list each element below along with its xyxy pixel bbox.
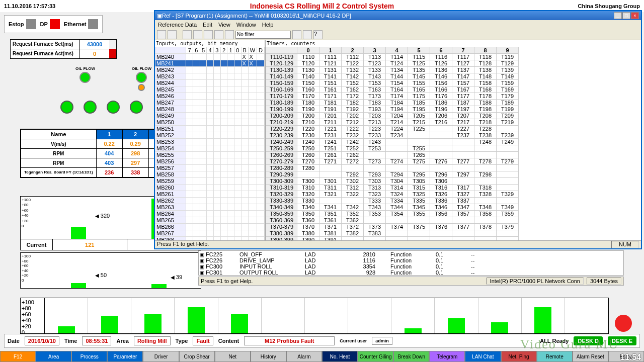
mb-row[interactable]: MB250 — [155, 119, 265, 126]
nav-area[interactable]: Area — [36, 351, 71, 362]
mb-row[interactable]: MB262 — [155, 198, 265, 204]
toolbar-btn-icon[interactable] — [225, 30, 234, 39]
fc-row[interactable]: ▣ FC300INPUT ROLLLAD3354Function0.1-- — [199, 263, 623, 269]
timer-row[interactable]: T110-119T110T111T112T113T114T115T116T117… — [266, 54, 519, 60]
timer-row[interactable]: T280-289T280 — [266, 165, 519, 171]
timer-row[interactable]: T200-209T200T201T202T203T204T205T206T207… — [266, 113, 519, 119]
minimize-button[interactable]: _ — [614, 12, 622, 19]
nav-counter-giling[interactable]: Counter Giling — [358, 351, 393, 362]
timer-row[interactable]: T330-339T330T333T334T335T336T337 — [266, 198, 519, 204]
s7-titlebar[interactable]: ▣ Ref - [S7 Program(1) (Assignment) -- Y… — [155, 11, 641, 20]
mb-row[interactable]: MB248 — [155, 106, 265, 113]
mb-row[interactable]: MB246 — [155, 93, 265, 100]
timer-row[interactable]: T170-179T170T171T172T173T174T175T176T177… — [266, 93, 519, 100]
mb-row[interactable]: MB241XX — [155, 60, 265, 67]
nav-alarm[interactable]: Alarm — [286, 351, 322, 362]
nav-net-ping[interactable]: Net. Ping — [501, 351, 537, 362]
help-icon[interactable]: ? — [313, 30, 323, 39]
timer-row[interactable]: T380-389T380T381T382T383 — [266, 230, 519, 237]
nav-history[interactable]: History — [251, 351, 286, 362]
nav-f12[interactable]: F12 — [0, 351, 36, 362]
emergency-stop-icon[interactable] — [615, 315, 632, 332]
nav-net[interactable]: Net — [215, 351, 251, 362]
toolbar-btn-icon[interactable] — [292, 30, 301, 39]
col-1[interactable]: 1 — [96, 130, 122, 139]
mb-row[interactable]: MB268 — [155, 237, 265, 241]
timer-row[interactable]: T390-399T390T391 — [266, 237, 519, 241]
nav-parameter[interactable]: Parameter — [107, 351, 143, 362]
s7-left-pane[interactable]: Inputs, outputs, bit memory 76543210BWDM… — [155, 40, 266, 240]
timer-row[interactable]: T290-299T292T293T294T295T296T297T298 — [266, 171, 519, 178]
mb-row[interactable]: MB242 — [155, 67, 265, 73]
toolbar-btn-icon[interactable] — [214, 30, 223, 39]
timer-row[interactable]: T140-149T140T141T142T143T144T145T146T147… — [266, 73, 519, 80]
toolbar-print-icon[interactable] — [168, 30, 177, 39]
toolbar-btn-icon[interactable] — [204, 30, 213, 39]
toolbar-btn-icon[interactable] — [193, 30, 202, 39]
mb-row[interactable]: MB253 — [155, 139, 265, 145]
timer-row[interactable]: T180-189T180T181T182T183T184T185T186T187… — [266, 100, 519, 106]
mb-row[interactable]: MB257 — [155, 165, 265, 171]
nav-driver[interactable]: Driver — [143, 351, 179, 362]
col-2[interactable]: 2 — [122, 130, 148, 139]
nav-crop-shear[interactable]: Crop Shear — [179, 351, 215, 362]
mb-row[interactable]: MB247 — [155, 100, 265, 106]
toolbar-btn-icon[interactable] — [303, 30, 312, 39]
close-button[interactable]: × — [631, 12, 639, 19]
mb-row[interactable]: MB249 — [155, 113, 265, 119]
timer-row[interactable]: T250-259T250T251T252T253T255 — [266, 145, 519, 152]
toolbar-open-icon[interactable] — [157, 30, 166, 39]
timer-row[interactable]: T130-139T130T131T132T133T134T135T136T137… — [266, 67, 519, 73]
mb-row[interactable]: MB243 — [155, 73, 265, 80]
timer-row[interactable]: T240-249T240T241T242T243T248T249 — [266, 139, 519, 145]
mb-row[interactable]: MB259 — [155, 178, 265, 185]
timer-row[interactable]: T300-309T300T301T302T303T304T305T306 — [266, 178, 519, 185]
timer-row[interactable]: T220-229T220T221T222T223T224T225T227T228 — [266, 126, 519, 132]
timer-row[interactable]: T270-279T270T271T272T273T274T275T276T277… — [266, 158, 519, 165]
mb-row[interactable]: MB258 — [155, 171, 265, 178]
mb-row[interactable]: MB255 — [155, 152, 265, 158]
timer-row[interactable]: T310-319T310T311T312T313T314T315T316T317… — [266, 185, 519, 191]
timer-row[interactable]: T260-269T260T261T262T265 — [266, 152, 519, 158]
fc-row[interactable]: ▣ FC225ON_OFFLAD2810Function0.1-- — [199, 251, 623, 257]
timer-row[interactable]: T210-219T210T211T212T213T214T215T216T217… — [266, 119, 519, 126]
mb-row[interactable]: MB267 — [155, 230, 265, 237]
mb-row[interactable]: MB245 — [155, 86, 265, 93]
mb-row[interactable]: MB251 — [155, 126, 265, 132]
menu-view[interactable]: View — [218, 22, 230, 28]
nav-process[interactable]: Process — [71, 351, 107, 362]
timer-row[interactable]: T370-379T370T371T372T373T374T375T376T377… — [266, 224, 519, 230]
mb-row[interactable]: MB252 — [155, 132, 265, 139]
mb-row[interactable]: MB254 — [155, 145, 265, 152]
filter-dropdown[interactable] — [235, 31, 291, 39]
mb-row[interactable]: MB265 — [155, 217, 265, 224]
timer-row[interactable]: T350-359T350T351T352T353T354T355T356T357… — [266, 211, 519, 217]
nav-remote[interactable]: Remote — [537, 351, 573, 362]
menu-edit[interactable]: Edit — [203, 22, 212, 28]
mb-row[interactable]: MB261 — [155, 191, 265, 198]
toolbar-btn-icon[interactable] — [183, 30, 192, 39]
mb-row[interactable]: MB256 — [155, 158, 265, 165]
timer-row[interactable]: T120-129T120T121T122T123T124T125T126T127… — [266, 60, 519, 67]
fc-row[interactable]: ▣ FC301OUTPUT ROLLLAD928Function0.1-- — [199, 269, 623, 276]
mb-row[interactable]: MB266 — [155, 224, 265, 230]
mb-row[interactable]: MB260 — [155, 185, 265, 191]
request-set-value[interactable]: 43000 — [80, 40, 109, 49]
menu-reference-data[interactable]: Reference Data — [158, 22, 197, 28]
maximize-button[interactable]: □ — [622, 12, 630, 19]
nav-alarm-reset[interactable]: Alarm Reset — [573, 351, 608, 362]
fc-row[interactable]: ▣ FC226DRIVE_LAMPLAD1116Function0.1-- — [199, 257, 623, 263]
timer-row[interactable]: T360-369T360T361T362 — [266, 217, 519, 224]
s7-right-pane[interactable]: Timers, counters 0123456789T110-119T110T… — [266, 40, 641, 240]
mb-row[interactable]: MB244 — [155, 80, 265, 86]
desk-d-button[interactable]: DESK D — [574, 336, 603, 345]
nav-no-heat[interactable]: No. Heat — [322, 351, 358, 362]
timer-row[interactable]: T190-199T190T191T192T193T194T195T196T197… — [266, 106, 519, 113]
fc-block-list[interactable]: ▣ FC225ON_OFFLAD2810Function0.1--▣ FC226… — [198, 250, 624, 276]
menu-window[interactable]: Window — [236, 22, 256, 28]
mb-row[interactable]: MB264 — [155, 211, 265, 217]
mb-row[interactable]: MB263 — [155, 204, 265, 211]
nav-telegram[interactable]: Telegram — [429, 351, 465, 362]
desk-e-button[interactable]: DESK E — [608, 336, 636, 345]
timer-row[interactable]: T320-329T320T321T322T323T324T325T326T327… — [266, 191, 519, 198]
